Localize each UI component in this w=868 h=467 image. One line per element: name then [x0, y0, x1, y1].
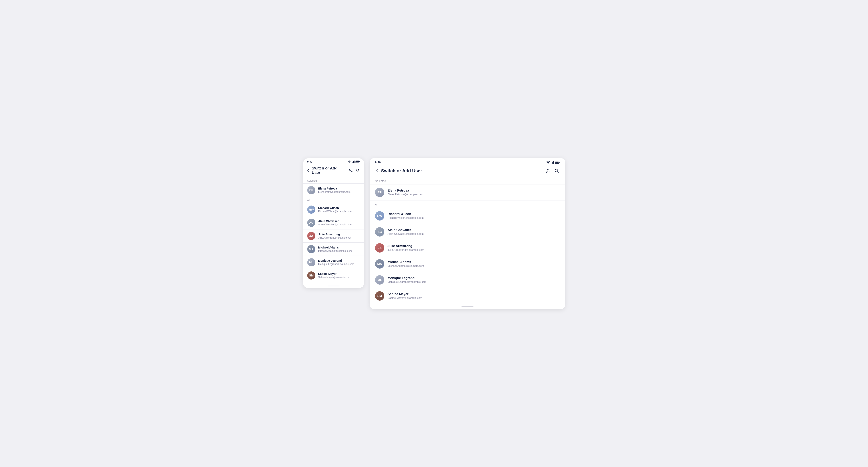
list-item[interactable]: MA Michael Adams Michael.Adams@example.c… — [303, 243, 364, 256]
add-user-button[interactable] — [348, 168, 353, 173]
user-name: Richard Wilson — [388, 212, 424, 216]
phone-time: 9:30 — [307, 160, 312, 163]
svg-point-14 — [548, 163, 549, 164]
avatar: JA — [307, 232, 315, 240]
user-info: Sabine Mayer Sabine.Mayer@example.com — [388, 292, 422, 299]
user-email: Julie.Armstrong@example.com — [318, 236, 352, 239]
user-email: Alain.Chevalier@example.com — [388, 232, 424, 235]
avatar: SM — [307, 271, 315, 279]
list-item[interactable]: JA Julie Armstrong Julie.Armstrong@examp… — [370, 240, 565, 256]
user-email: Elena.Petrova@example.com — [388, 193, 423, 196]
tablet-screen: 9:30 — [370, 158, 565, 309]
svg-rect-18 — [553, 161, 554, 164]
user-email: Elena.Petrova@example.com — [318, 191, 350, 193]
avatar: MA — [307, 245, 315, 253]
search-button[interactable] — [554, 168, 560, 174]
svg-rect-20 — [555, 162, 559, 163]
user-info: Julie Armstrong Julie.Armstrong@example.… — [388, 244, 424, 251]
user-info: Monique Legrand Monique.Legrand@example.… — [388, 276, 427, 283]
user-name: Michael Adams — [318, 246, 352, 249]
user-info: Elena Petrova Elena.Petrova@example.com — [388, 189, 423, 196]
phone-status-bar: 9:30 — [303, 158, 364, 164]
battery-icon — [355, 161, 360, 163]
svg-point-1 — [349, 162, 350, 163]
list-item[interactable]: SM Sabine Mayer Sabine.Mayer@example.com — [370, 288, 565, 304]
user-email: Monique.Legrand@example.com — [318, 263, 354, 266]
user-email: Richard.Wilson@example.com — [318, 210, 351, 213]
tablet-home-indicator — [370, 304, 565, 309]
tablet-status-icons — [546, 161, 560, 164]
svg-marker-13 — [547, 162, 549, 163]
user-info: Michael Adams Michael.Adams@example.com — [388, 260, 424, 267]
phone-status-icons — [348, 161, 360, 163]
svg-line-25 — [558, 171, 559, 173]
home-bar — [328, 286, 340, 287]
user-email: Michael.Adams@example.com — [318, 249, 352, 252]
user-info: Alain Chevalier Alain.Chevalier@example.… — [388, 228, 424, 235]
phone-section-selected: Selected EP Elena Petrova Elena.Petrova@… — [303, 177, 364, 197]
avatar: AC — [375, 227, 384, 237]
wifi-icon — [348, 161, 351, 163]
user-info: Richard Wilson Richard.Wilson@example.co… — [318, 206, 351, 213]
tablet-section-all: All RW Richard Wilson Richard.Wilson@exa… — [370, 200, 565, 304]
list-item[interactable]: RW Richard Wilson Richard.Wilson@example… — [303, 203, 364, 216]
back-button[interactable] — [375, 169, 381, 173]
avatar: EP — [307, 186, 315, 194]
svg-point-11 — [356, 169, 359, 171]
user-email: Sabine.Mayer@example.com — [318, 276, 350, 279]
svg-rect-15 — [551, 163, 551, 164]
page-title: Switch or Add User — [312, 166, 346, 175]
user-email: Alain.Chevalier@example.com — [318, 223, 351, 226]
avatar: JA — [375, 243, 384, 253]
svg-line-12 — [359, 171, 360, 172]
signal-icon — [551, 161, 554, 164]
list-item[interactable]: JA Julie Armstrong Julie.Armstrong@examp… — [303, 229, 364, 243]
user-email: Julie.Armstrong@example.com — [388, 248, 424, 251]
avatar: EP — [375, 188, 384, 197]
user-name: Alain Chevalier — [318, 220, 351, 223]
list-item[interactable]: SM Sabine Mayer Sabine.Mayer@example.com — [303, 269, 364, 282]
phone-section-label-selected: Selected — [303, 177, 364, 184]
svg-point-8 — [349, 169, 351, 171]
user-email: Monique.Legrand@example.com — [388, 280, 427, 283]
svg-rect-16 — [552, 162, 552, 164]
user-name: Sabine Mayer — [318, 272, 350, 275]
user-name: Elena Petrova — [388, 189, 423, 192]
user-email: Sabine.Mayer@example.com — [388, 296, 422, 299]
page-title: Switch or Add User — [381, 168, 544, 173]
list-item[interactable]: EP Elena Petrova Elena.Petrova@example.c… — [370, 185, 565, 200]
list-item[interactable]: RW Richard Wilson Richard.Wilson@example… — [370, 208, 565, 224]
list-item[interactable]: MA Michael Adams Michael.Adams@example.c… — [370, 256, 565, 272]
list-item[interactable]: ML Monique Legrand Monique.Legrand@examp… — [303, 256, 364, 269]
list-item[interactable]: AC Alain Chevalier Alain.Chevalier@examp… — [370, 224, 565, 240]
user-name: Monique Legrand — [318, 259, 354, 262]
wifi-icon — [546, 161, 550, 164]
avatar: ML — [307, 258, 315, 266]
user-info: Elena Petrova Elena.Petrova@example.com — [318, 187, 350, 193]
phone-section-all: All RW Richard Wilson Richard.Wilson@exa… — [303, 197, 364, 282]
tablet-section-selected: Selected EP Elena Petrova Elena.Petrova@… — [370, 177, 565, 200]
user-email: Michael.Adams@example.com — [388, 264, 424, 267]
screens-container: 9:30 — [303, 158, 565, 309]
back-button[interactable] — [306, 169, 312, 172]
user-name: Richard Wilson — [318, 206, 351, 209]
avatar: SM — [375, 291, 384, 301]
phone-section-label-all: All — [303, 197, 364, 203]
user-info: Monique Legrand Monique.Legrand@example.… — [318, 259, 354, 266]
svg-rect-2 — [352, 162, 352, 163]
user-email: Richard.Wilson@example.com — [388, 216, 424, 219]
add-user-button[interactable] — [545, 168, 552, 174]
list-item[interactable]: ML Monique Legrand Monique.Legrand@examp… — [370, 272, 565, 288]
user-name: Monique Legrand — [388, 276, 427, 280]
user-info: Alain Chevalier Alain.Chevalier@example.… — [318, 220, 351, 226]
list-item[interactable]: AC Alain Chevalier Alain.Chevalier@examp… — [303, 216, 364, 229]
tablet-time: 9:30 — [375, 161, 381, 164]
user-info: Richard Wilson Richard.Wilson@example.co… — [388, 212, 424, 219]
search-button[interactable] — [355, 168, 361, 173]
list-item[interactable]: EP Elena Petrova Elena.Petrova@example.c… — [303, 184, 364, 197]
svg-rect-4 — [353, 161, 354, 163]
avatar: RW — [307, 205, 315, 214]
tablet-section-label-selected: Selected — [370, 177, 565, 185]
svg-rect-7 — [356, 161, 359, 162]
signal-icon — [352, 161, 355, 163]
